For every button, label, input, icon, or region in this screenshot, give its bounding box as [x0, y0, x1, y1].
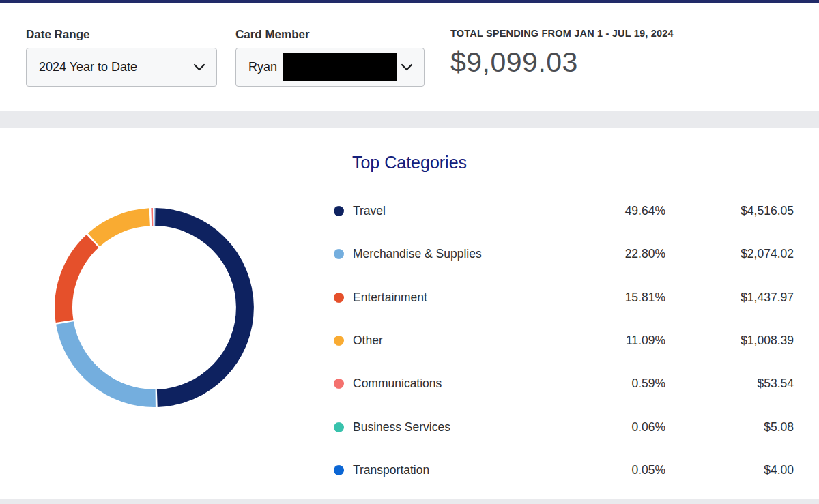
- category-percent: 22.80%: [578, 247, 665, 261]
- donut-segment-entertainment[interactable]: [63, 241, 93, 321]
- category-amount: $53.54: [665, 376, 794, 391]
- category-percent: 49.64%: [578, 204, 665, 218]
- chevron-down-icon: [401, 63, 413, 71]
- legend-dot: [334, 336, 344, 346]
- category-amount: $4,516.05: [665, 204, 794, 218]
- redaction-box: [283, 53, 397, 81]
- donut-segment-other[interactable]: [94, 217, 149, 240]
- legend-row-communications: Communications 0.59% $53.54: [334, 362, 794, 405]
- legend-dot: [334, 206, 344, 216]
- legend-row-other: Other 11.09% $1,008.39: [334, 319, 794, 362]
- section-title: Top Categories: [0, 153, 819, 173]
- category-percent: 0.06%: [578, 420, 665, 434]
- legend-dot: [334, 465, 344, 475]
- chevron-down-icon: [193, 63, 205, 71]
- total-spending-block: TOTAL SPENDING FROM JAN 1 - JUL 19, 2024…: [450, 28, 674, 78]
- legend-dot: [334, 379, 344, 389]
- category-label: Entertainment: [353, 291, 578, 305]
- legend-row-transportation: Transportation 0.05% $4.00: [334, 449, 794, 492]
- category-percent: 0.59%: [578, 376, 665, 391]
- category-label: Business Services: [353, 420, 578, 434]
- donut-svg: [55, 208, 254, 407]
- spending-donut-chart[interactable]: [55, 208, 254, 407]
- category-amount: $1,008.39: [665, 333, 794, 348]
- donut-segment-travel[interactable]: [155, 217, 245, 398]
- legend-dot: [334, 293, 344, 303]
- date-range-select[interactable]: 2024 Year to Date: [26, 48, 217, 87]
- donut-segment-merchandise-supplies[interactable]: [65, 323, 156, 398]
- filters-header: Date Range 2024 Year to Date Card Member…: [0, 3, 819, 111]
- legend-row-business-services: Business Services 0.06% $5.08: [334, 405, 794, 448]
- category-amount: $4.00: [665, 463, 794, 477]
- legend-row-entertainment: Entertainment 15.81% $1,437.97: [334, 276, 794, 319]
- category-label: Merchandise & Supplies: [353, 247, 578, 261]
- category-legend: Travel 49.64% $4,516.05 Merchandise & Su…: [334, 190, 794, 492]
- card-member-filter: Card Member Ryan: [235, 28, 425, 87]
- top-categories-panel: Top Categories Travel 49.64% $4,516.05 M…: [0, 128, 819, 499]
- category-percent: 11.09%: [578, 333, 665, 348]
- total-spending-label: TOTAL SPENDING FROM JAN 1 - JUL 19, 2024: [450, 28, 674, 39]
- category-label: Travel: [353, 204, 578, 218]
- bottom-strip: [0, 499, 819, 504]
- date-range-label: Date Range: [26, 28, 217, 42]
- category-label: Other: [353, 333, 578, 348]
- card-member-label: Card Member: [235, 28, 425, 42]
- category-percent: 15.81%: [578, 291, 665, 305]
- card-member-select[interactable]: Ryan: [235, 48, 425, 87]
- category-label: Communications: [353, 376, 578, 391]
- section-divider: [0, 111, 819, 128]
- total-spending-amount: $9,099.03: [450, 46, 674, 78]
- date-range-filter: Date Range 2024 Year to Date: [26, 28, 217, 87]
- date-range-value: 2024 Year to Date: [39, 60, 137, 74]
- legend-row-merchandise: Merchandise & Supplies 22.80% $2,074.02: [334, 233, 794, 276]
- legend-dot: [334, 422, 344, 432]
- legend-dot: [334, 249, 344, 259]
- legend-row-travel: Travel 49.64% $4,516.05: [334, 190, 794, 233]
- category-percent: 0.05%: [578, 463, 665, 477]
- category-amount: $2,074.02: [665, 247, 794, 261]
- card-member-value: Ryan: [248, 60, 277, 74]
- category-label: Transportation: [353, 463, 578, 477]
- category-amount: $1,437.97: [665, 291, 794, 305]
- category-amount: $5.08: [665, 420, 794, 434]
